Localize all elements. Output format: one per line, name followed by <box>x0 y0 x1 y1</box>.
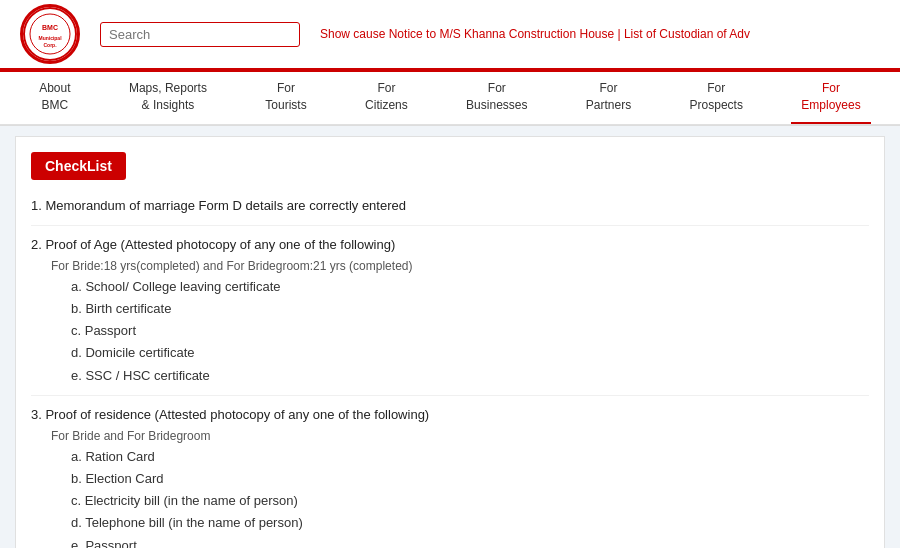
checklist-item-3: 3. Proof of residence (Attested photocop… <box>31 404 869 548</box>
list-item: b. Birth certificate <box>71 298 869 320</box>
nav-item-citizens[interactable]: ForCitizens <box>355 72 418 124</box>
list-item: c. Electricity bill (in the name of pers… <box>71 490 869 512</box>
svg-text:BMC: BMC <box>42 24 58 31</box>
svg-text:Corp.: Corp. <box>43 42 57 48</box>
nav-item-businesses[interactable]: ForBusinesses <box>456 72 537 124</box>
logo-image: BMC Municipal Corp. <box>23 7 77 62</box>
checklist-body: 1. Memorandum of marriage Form D details… <box>31 195 869 548</box>
svg-point-1 <box>30 14 70 54</box>
search-input[interactable] <box>100 22 300 47</box>
logo-area: BMC Municipal Corp. <box>10 4 90 64</box>
nav-bar: AboutBMC Maps, Reports& Insights ForTour… <box>0 72 900 125</box>
list-item: d. Telephone bill (in the name of person… <box>71 512 869 534</box>
marquee-text: Show cause Notice to M/S Khanna Construc… <box>320 27 750 41</box>
header-top: BMC Municipal Corp. Show cause Notice to… <box>0 0 900 68</box>
list-item: b. Election Card <box>71 468 869 490</box>
svg-text:Municipal: Municipal <box>38 35 62 41</box>
nav-item-prospects[interactable]: ForProspects <box>680 72 753 124</box>
list-item: c. Passport <box>71 320 869 342</box>
search-area[interactable] <box>100 22 300 47</box>
list-item: a. School/ College leaving certificate <box>71 276 869 298</box>
list-item: e. Passport <box>71 535 869 549</box>
item-2-title: 2. Proof of Age (Attested photocopy of a… <box>31 234 869 256</box>
marquee-area: Show cause Notice to M/S Khanna Construc… <box>300 27 890 41</box>
item-3-subnote: For Bride and For Bridegroom <box>51 426 869 446</box>
list-item: a. Ration Card <box>71 446 869 468</box>
list-item: e. SSC / HSC certificate <box>71 365 869 387</box>
item-2-sublist: a. School/ College leaving certificate b… <box>71 276 869 386</box>
nav-item-tourists[interactable]: ForTourists <box>255 72 316 124</box>
main-content: CheckList 1. Memorandum of marriage Form… <box>15 136 885 548</box>
nav-item-employees[interactable]: ForemployeesEmployees <box>791 72 870 124</box>
list-item: d. Domicile certificate <box>71 342 869 364</box>
item-3-sublist: a. Ration Card b. Election Card c. Elect… <box>71 446 869 548</box>
item-3-title: 3. Proof of residence (Attested photocop… <box>31 404 869 426</box>
nav-item-about[interactable]: AboutBMC <box>29 72 80 124</box>
checklist-item-2: 2. Proof of Age (Attested photocopy of a… <box>31 234 869 396</box>
item-2-subnote: For Bride:18 yrs(completed) and For Brid… <box>51 256 869 276</box>
nav-item-partners[interactable]: ForPartners <box>576 72 641 124</box>
logo-circle: BMC Municipal Corp. <box>20 4 80 64</box>
header: BMC Municipal Corp. Show cause Notice to… <box>0 0 900 126</box>
checklist-button[interactable]: CheckList <box>31 152 126 180</box>
checklist-item-1: 1. Memorandum of marriage Form D details… <box>31 195 869 226</box>
nav-item-maps[interactable]: Maps, Reports& Insights <box>119 72 217 124</box>
item-1-title: 1. Memorandum of marriage Form D details… <box>31 198 406 213</box>
